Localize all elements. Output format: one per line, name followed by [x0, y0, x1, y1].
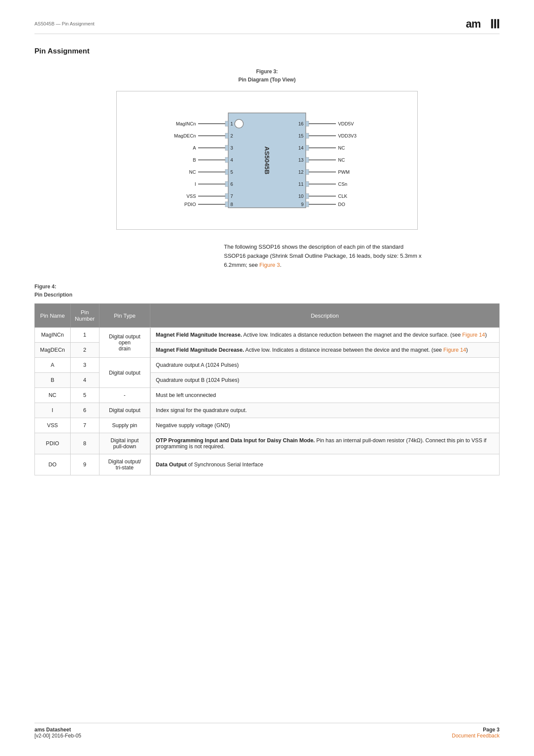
svg-text:5: 5: [230, 169, 233, 175]
description-cell: Index signal for the quadrature output.: [150, 403, 500, 418]
svg-rect-29: [225, 181, 228, 187]
figure3-label: Figure 3: Pin Diagram (Top View): [34, 68, 500, 84]
pin-name-cell: MagDECn: [35, 343, 71, 358]
svg-text:NC: NC: [338, 157, 345, 162]
logo: am: [465, 17, 500, 30]
pin-name-cell: VSS: [35, 418, 71, 433]
col-header-pin-type: Pin Type: [99, 304, 150, 328]
description-cell: OTP Programming Input and Data Input for…: [150, 433, 500, 454]
svg-text:VSS: VSS: [186, 194, 196, 199]
svg-rect-4: [497, 19, 499, 28]
svg-text:16: 16: [298, 121, 304, 126]
svg-rect-2: [491, 19, 493, 28]
pin-type-cell: Digital output: [99, 358, 150, 388]
svg-text:AS5045B: AS5045B: [264, 147, 271, 175]
svg-text:PDIO: PDIO: [184, 202, 196, 207]
pin-name-cell: B: [35, 373, 71, 388]
svg-rect-45: [306, 133, 309, 138]
svg-rect-3: [494, 19, 496, 28]
table-row: A 3 Digital output Quadrature output A (…: [35, 358, 500, 373]
col-header-description: Description: [150, 304, 500, 328]
svg-text:VDD3V3: VDD3V3: [338, 133, 357, 138]
description-paragraph: The following SSOP16 shows the descripti…: [112, 243, 422, 269]
pin-number-cell: 4: [70, 373, 99, 388]
svg-text:15: 15: [298, 133, 304, 138]
pin-number-cell: 8: [70, 433, 99, 454]
pin-number-cell: 2: [70, 343, 99, 358]
pin-diagram-wrapper: AS5045B MagINCn 1 MagDECn 2: [34, 91, 500, 230]
svg-rect-57: [306, 169, 309, 175]
pin-number-cell: 3: [70, 358, 99, 373]
svg-text:11: 11: [298, 181, 304, 187]
svg-text:8: 8: [230, 202, 233, 207]
table-row: NC 5 - Must be left unconnected: [35, 388, 500, 403]
pin-type-cell: Digital output/tri-state: [99, 454, 150, 475]
pin-number-cell: 5: [70, 388, 99, 403]
description-cell: Magnet Field Magnitude Increase. Active …: [150, 328, 500, 343]
pin-description-table: Pin Name PinNumber Pin Type Description …: [34, 303, 500, 475]
document-feedback-link[interactable]: Document Feedback: [452, 733, 500, 739]
svg-rect-13: [225, 133, 228, 138]
table-row: VSS 7 Supply pin Negative supply voltage…: [35, 418, 500, 433]
svg-text:9: 9: [301, 202, 304, 207]
svg-text:MagINCn: MagINCn: [176, 121, 196, 126]
pin-number-cell: 1: [70, 328, 99, 343]
svg-rect-33: [225, 194, 228, 199]
footer-right: Page 3 Document Feedback: [452, 727, 500, 739]
svg-rect-25: [225, 169, 228, 175]
svg-text:3: 3: [230, 145, 233, 150]
svg-text:12: 12: [298, 169, 304, 175]
svg-text:4: 4: [230, 157, 233, 162]
svg-point-7: [235, 119, 243, 128]
pin-type-cell: -: [99, 388, 150, 403]
svg-text:B: B: [193, 157, 196, 162]
svg-text:2: 2: [230, 133, 233, 138]
figure3-link[interactable]: Figure 3: [259, 262, 280, 268]
svg-text:1: 1: [230, 121, 233, 126]
svg-rect-53: [306, 157, 309, 162]
description-cell: Must be left unconnected: [150, 388, 500, 403]
description-cell: Data Output of Synchronous Serial Interf…: [150, 454, 500, 475]
table-row: DO 9 Digital output/tri-state Data Outpu…: [35, 454, 500, 475]
pin-number-cell: 7: [70, 418, 99, 433]
svg-rect-17: [225, 145, 228, 150]
pin-name-cell: MagINCn: [35, 328, 71, 343]
footer-brand: ams Datasheet [v2-00] 2016-Feb-05: [34, 727, 81, 739]
pin-number-cell: 6: [70, 403, 99, 418]
svg-rect-37: [225, 202, 228, 207]
table-row: MagINCn 1 Digital output opendrain Magne…: [35, 328, 500, 343]
pin-diagram-inner: AS5045B MagINCn 1 MagDECn 2: [134, 104, 400, 216]
svg-text:VDD5V: VDD5V: [338, 121, 354, 126]
pin-name-cell: A: [35, 358, 71, 373]
svg-text:14: 14: [298, 145, 304, 150]
description-cell: Magnet Field Magnitude Decrease. Active …: [150, 343, 500, 358]
description-cell: Negative supply voltage (GND): [150, 418, 500, 433]
pin-name-cell: I: [35, 403, 71, 418]
svg-rect-21: [225, 157, 228, 162]
description-cell: Quadrature output B (1024 Pulses): [150, 373, 500, 388]
svg-rect-61: [306, 181, 309, 187]
svg-text:A: A: [193, 145, 196, 150]
pin-name-cell: NC: [35, 388, 71, 403]
figure14-link-1[interactable]: Figure 14: [462, 332, 485, 338]
page-footer: ams Datasheet [v2-00] 2016-Feb-05 Page 3…: [34, 723, 500, 739]
svg-text:PWM: PWM: [338, 169, 350, 175]
svg-text:7: 7: [230, 194, 233, 199]
table-row: PDIO 8 Digital inputpull-down OTP Progra…: [35, 433, 500, 454]
pin-diagram-box: AS5045B MagINCn 1 MagDECn 2: [116, 91, 418, 230]
svg-text:6: 6: [230, 181, 233, 187]
svg-text:NC: NC: [338, 145, 345, 150]
pin-name-cell: DO: [35, 454, 71, 475]
col-header-pin-number: PinNumber: [70, 304, 99, 328]
pin-type-cell: Digital output opendrain: [99, 328, 150, 358]
figure14-link-2[interactable]: Figure 14: [444, 347, 466, 353]
svg-rect-65: [306, 194, 309, 199]
svg-rect-69: [306, 202, 309, 207]
svg-text:MagDECn: MagDECn: [174, 133, 196, 138]
svg-text:am: am: [466, 18, 481, 30]
pin-type-cell: Digital inputpull-down: [99, 433, 150, 454]
description-cell: Quadrature output A (1024 Pulses): [150, 358, 500, 373]
svg-text:CSn: CSn: [338, 181, 347, 187]
svg-rect-49: [306, 145, 309, 150]
pin-type-cell: Digital output: [99, 403, 150, 418]
